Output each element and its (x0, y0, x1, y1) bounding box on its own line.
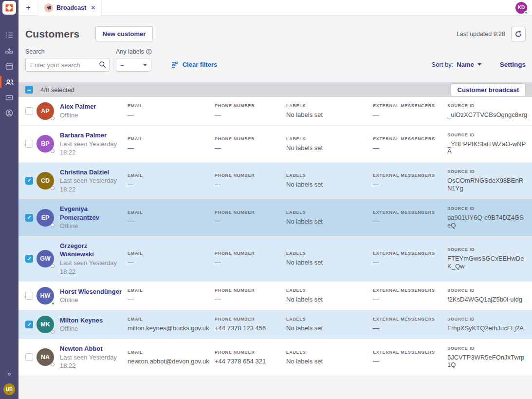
customer-status: Online (60, 296, 123, 304)
sidebar: » UB (0, 0, 18, 399)
settings-link[interactable]: Settings (500, 61, 526, 68)
customer-email: — (128, 144, 210, 152)
app-logo-icon[interactable] (2, 1, 16, 15)
select-all-checkbox[interactable] (25, 86, 33, 94)
row-checkbox[interactable] (25, 292, 33, 300)
tab-label: Broadcast (56, 4, 86, 11)
row-checkbox[interactable] (25, 140, 33, 148)
main-area: + Broadcast ✕ KD Customers New customer … (18, 0, 532, 399)
sidebar-item-customers-icon[interactable] (0, 74, 18, 90)
sidebar-item-archive-icon[interactable] (0, 90, 18, 105)
table-row[interactable]: BP Barbara Palmer Last seen Yesterday18:… (18, 126, 532, 163)
customer-name-link[interactable]: Newton Abbot (60, 344, 123, 353)
tab-bar: + Broadcast ✕ KD (18, 0, 532, 16)
column-header-messengers: EXTERNAL MESSENGERS (373, 350, 442, 355)
column-header-email: EMAIL (128, 350, 210, 355)
any-labels-value: – (120, 61, 124, 69)
sidebar-expand-icon[interactable]: » (7, 370, 11, 378)
page-header: Customers New customer Last updated 9:28 (18, 16, 532, 47)
top-user-avatar[interactable]: KD (515, 2, 527, 14)
presence-dot (51, 149, 55, 153)
table-row[interactable]: HW Horst Wiesendünger Online EMAIL— PHON… (18, 282, 532, 310)
sidebar-item-inbox-icon[interactable] (0, 43, 18, 58)
new-customer-button[interactable]: New customer (95, 26, 153, 41)
sort-by-dropdown[interactable]: Sort by: Name (432, 61, 481, 68)
column-header-labels: LABELS (286, 136, 368, 141)
customer-source-id: f2KsD4WGQ1ajZ5b0l-uidg (447, 296, 527, 304)
bottom-user-avatar[interactable]: UB (3, 383, 15, 395)
presence-dot (51, 186, 55, 190)
filter-sliders-icon (171, 61, 179, 68)
page-background (18, 376, 532, 399)
customer-status: Last seen Yesterday18:22 (60, 353, 123, 370)
row-checkbox[interactable] (25, 321, 33, 328)
customer-name-link[interactable]: Christina Dalziel (60, 168, 123, 177)
avatar: CD (37, 172, 54, 190)
sort-by-label: Sort by: (432, 61, 454, 68)
customer-labels: No labels set (286, 324, 368, 332)
customer-labels: No labels set (286, 144, 368, 152)
customer-messengers: — (373, 358, 442, 365)
column-header-messengers: EXTERNAL MESSENGERS (373, 103, 442, 108)
sidebar-item-calendar-icon[interactable] (0, 58, 18, 74)
table-row[interactable]: CD Christina Dalziel Last seen Yesterday… (18, 163, 532, 200)
customer-email: — (128, 111, 210, 119)
customer-messengers: — (373, 259, 442, 266)
column-header-phone: PHONE NUMBER (215, 350, 281, 355)
online-status-dot (524, 11, 528, 15)
avatar-initials: AP (41, 108, 49, 114)
avatar: BP (37, 135, 54, 152)
table-row[interactable]: GW Grzegorz Wiśniewski Last seen Yesterd… (18, 236, 532, 282)
row-checkbox[interactable] (25, 107, 33, 115)
column-header-source: SOURCE ID (447, 346, 527, 351)
column-header-labels: LABELS (286, 103, 368, 108)
table-row[interactable]: AP Alex Palmer Offline EMAIL— PHONE NUMB… (18, 97, 532, 126)
info-icon (146, 49, 152, 55)
customer-phone: — (215, 259, 281, 266)
any-labels-label: Any labels (116, 48, 144, 55)
table-row[interactable]: EP Evgeniya Pomerantzev Offline EMAIL— P… (18, 199, 532, 236)
customer-name-link[interactable]: Barbara Palmer (60, 131, 123, 140)
tab-close-icon[interactable]: ✕ (91, 4, 95, 11)
column-header-messengers: EXTERNAL MESSENGERS (373, 173, 442, 178)
customer-name-link[interactable]: Evgeniya Pomerantzev (60, 205, 123, 222)
search-input[interactable] (25, 58, 110, 72)
customer-broadcast-button[interactable]: Customer broadcast (451, 83, 526, 96)
refresh-button[interactable] (511, 27, 526, 41)
customer-name-link[interactable]: Milton Keynes (60, 316, 123, 325)
customer-phone: +44 7378 123 456 (215, 324, 281, 332)
row-checkbox[interactable] (25, 177, 33, 185)
megaphone-icon (44, 3, 53, 12)
customer-phone: — (215, 218, 281, 226)
tab-broadcast[interactable]: Broadcast ✕ (38, 0, 102, 16)
customer-name-link[interactable]: Alex Palmer (60, 102, 123, 111)
table-row[interactable]: MK Milton Keynes Offline EMAILmilton.key… (18, 310, 532, 339)
customer-status: Offline (60, 222, 123, 230)
customer-name-link[interactable]: Horst Wiesendünger (60, 287, 123, 296)
customer-labels: No labels set (286, 181, 368, 189)
customer-labels: No labels set (286, 111, 368, 119)
new-tab-button[interactable]: + (18, 3, 38, 13)
sidebar-item-support-icon[interactable] (0, 105, 18, 121)
clear-filters-button[interactable]: Clear filters (171, 61, 218, 68)
avatar-initials: GW (40, 255, 51, 262)
column-header-phone: PHONE NUMBER (215, 210, 281, 215)
any-labels-select[interactable]: – (116, 58, 151, 72)
row-checkbox[interactable] (25, 353, 33, 361)
column-header-labels: LABELS (286, 251, 368, 256)
customer-status: Last seen Yesterday18:22 (60, 140, 123, 157)
column-header-source: SOURCE ID (447, 247, 527, 252)
customer-name-link[interactable]: Grzegorz Wiśniewski (60, 242, 123, 259)
row-checkbox[interactable] (25, 255, 33, 263)
sidebar-item-list-icon[interactable] (0, 27, 18, 43)
column-header-source: SOURCE ID (447, 317, 527, 322)
table-row[interactable]: NA Newton Abbot Last seen Yesterday18:22… (18, 339, 532, 376)
avatar: MK (37, 316, 54, 333)
column-header-email: EMAIL (128, 317, 210, 322)
row-checkbox[interactable] (25, 214, 33, 222)
chevron-down-icon (143, 64, 147, 66)
customer-email: — (128, 259, 210, 266)
avatar-initials: HW (40, 292, 51, 299)
customers-table: AP Alex Palmer Offline EMAIL— PHONE NUMB… (18, 97, 532, 376)
column-header-phone: PHONE NUMBER (215, 136, 281, 141)
